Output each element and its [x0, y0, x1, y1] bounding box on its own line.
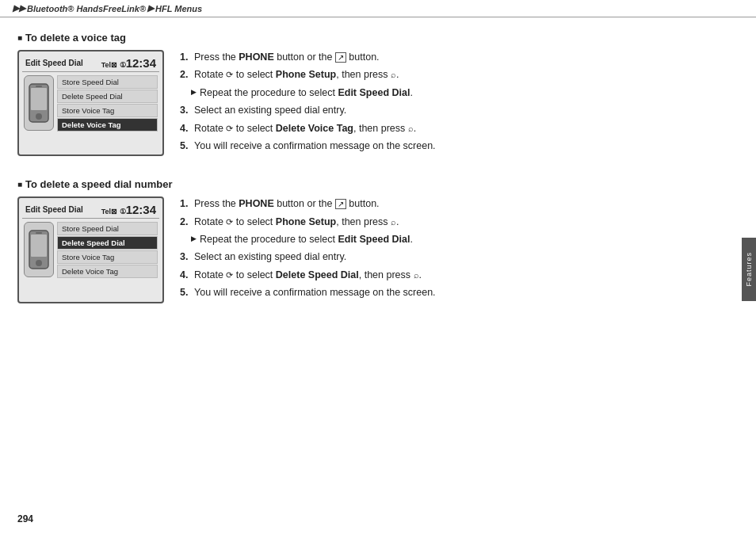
- svg-point-6: [36, 260, 42, 266]
- section-header-2: To delete a speed dial number: [17, 178, 732, 190]
- step-text: You will receive a confirmation message …: [194, 139, 732, 154]
- arrow-icon-2: ▶: [191, 234, 197, 245]
- section-body-2: Edit Speed Dial Tel⊠ ①12:34 Store Speed …: [17, 196, 732, 303]
- step-text: You will receive a confirmation message …: [194, 285, 732, 300]
- step-2-4: 4. Rotate ⟳ to select Delete Speed Dial,…: [180, 268, 732, 283]
- instructions-2: 1. Press the PHONE button or the ↗ butto…: [180, 196, 732, 303]
- step-text: Rotate ⟳ to select Phone Setup, then pre…: [194, 215, 732, 230]
- step-text: Press the PHONE button or the ↗ button.: [194, 50, 732, 65]
- step-2-indent: ▶ Repeat the procedure to select Edit Sp…: [191, 232, 732, 247]
- screen-topbar-1: Edit Speed Dial Tel⊠ ①12:34: [22, 55, 159, 72]
- screen-status-1: Tel⊠ ①12:34: [101, 56, 156, 70]
- instructions-1: 1. Press the PHONE button or the ↗ butto…: [180, 50, 732, 156]
- step-num: 5.: [180, 139, 191, 154]
- step-text: Rotate ⟳ to select Delete Voice Tag, the…: [194, 121, 732, 136]
- breadcrumb-sep: ▶: [147, 3, 154, 13]
- step-2-2: 2. Rotate ⟳ to select Phone Setup, then …: [180, 215, 732, 230]
- step-1-1: 1. Press the PHONE button or the ↗ butto…: [180, 50, 732, 65]
- section-delete-speed-dial: To delete a speed dial number Edit Speed…: [17, 178, 732, 317]
- step-num: 2.: [180, 215, 191, 230]
- section-delete-voice-tag: To delete a voice tag Edit Speed Dial Te…: [17, 32, 732, 170]
- screen-mockup-1: Edit Speed Dial Tel⊠ ①12:34 Store Speed …: [17, 50, 164, 156]
- menu-item-delete-speed-dial-2: Delete Speed Dial: [57, 236, 158, 250]
- step-2-1: 1. Press the PHONE button or the ↗ butto…: [180, 196, 732, 212]
- step-num: 3.: [180, 250, 191, 265]
- breadcrumb-section: HFL Menus: [155, 4, 202, 13]
- step-2-3: 3. Select an existing speed dial entry.: [180, 250, 732, 265]
- step-1-5: 5. You will receive a confirmation messa…: [180, 139, 732, 154]
- menu-item-delete-voice-tag-2: Delete Voice Tag: [57, 265, 158, 278]
- arrow-icon: ▶: [191, 87, 197, 98]
- menu-item-store-speed-dial-2: Store Speed Dial: [57, 222, 158, 235]
- section-body-1: Edit Speed Dial Tel⊠ ①12:34 Store Speed …: [17, 50, 732, 156]
- screen-title-2: Edit Speed Dial: [25, 205, 83, 214]
- menu-item-store-voice-tag-2: Store Voice Tag: [57, 250, 158, 264]
- phone-icon-1: [24, 75, 54, 131]
- svg-rect-7: [36, 232, 42, 234]
- step-text: Press the PHONE button or the ↗ button.: [194, 196, 732, 212]
- breadcrumb-brand: Bluetooth® HandsFreeLink®: [27, 4, 146, 13]
- step-text: Rotate ⟳ to select Delete Speed Dial, th…: [194, 268, 732, 283]
- menu-item-store-voice-tag-1: Store Voice Tag: [57, 104, 158, 117]
- step-text: Rotate ⟳ to select Phone Setup, then pre…: [194, 67, 732, 82]
- menu-item-store-speed-dial-1: Store Speed Dial: [57, 75, 158, 89]
- step-num: 3.: [180, 103, 191, 118]
- steps-list-1: 1. Press the PHONE button or the ↗ butto…: [180, 50, 732, 154]
- screen-menu-2: Store Speed Dial Delete Speed Dial Store…: [57, 222, 158, 278]
- step-2-5: 5. You will receive a confirmation messa…: [180, 285, 732, 300]
- steps-list-2: 1. Press the PHONE button or the ↗ butto…: [180, 196, 732, 300]
- screen-body-1: Store Speed Dial Delete Speed Dial Store…: [22, 74, 159, 133]
- step-num: 4.: [180, 268, 191, 283]
- main-content: To delete a voice tag Edit Speed Dial Te…: [0, 17, 756, 340]
- phone-icon-2: [24, 222, 54, 277]
- svg-point-2: [36, 113, 42, 120]
- svg-rect-5: [31, 235, 47, 257]
- screen-topbar-2: Edit Speed Dial Tel⊠ ①12:34: [22, 201, 159, 219]
- step-1-2: 2. Rotate ⟳ to select Phone Setup, then …: [180, 67, 732, 82]
- step-1-indent: ▶ Repeat the procedure to select Edit Sp…: [191, 86, 732, 101]
- screen-mockup-2: Edit Speed Dial Tel⊠ ①12:34 Store Speed …: [17, 196, 164, 303]
- screen-title-1: Edit Speed Dial: [25, 59, 83, 67]
- side-tab-label: Features: [745, 252, 753, 287]
- step-1-3: 3. Select an existing speed dial entry.: [180, 103, 732, 118]
- step-1-4: 4. Rotate ⟳ to select Delete Voice Tag, …: [180, 121, 732, 136]
- menu-item-delete-voice-tag-1: Delete Voice Tag: [57, 118, 158, 132]
- step-text: Repeat the procedure to select Edit Spee…: [200, 86, 732, 101]
- step-text: Select an existing speed dial entry.: [194, 103, 732, 118]
- screen-body-2: Store Speed Dial Delete Speed Dial Store…: [22, 220, 159, 280]
- step-text: Repeat the procedure to select Edit Spee…: [200, 232, 732, 247]
- section-header-1: To delete a voice tag: [17, 32, 732, 44]
- step-text: Select an existing speed dial entry.: [194, 250, 732, 265]
- step-num: 1.: [180, 196, 191, 212]
- screen-menu-1: Store Speed Dial Delete Speed Dial Store…: [57, 75, 158, 132]
- step-num: 5.: [180, 285, 191, 300]
- breadcrumb-arrows: ▶▶: [13, 3, 25, 13]
- svg-rect-3: [36, 86, 42, 87]
- step-num: 2.: [180, 67, 191, 82]
- step-num: 4.: [180, 121, 191, 136]
- step-num: 1.: [180, 50, 191, 65]
- screen-status-2: Tel⊠ ①12:34: [101, 203, 156, 216]
- svg-rect-1: [31, 88, 47, 110]
- page-number: 294: [17, 513, 33, 524]
- breadcrumb: ▶▶ Bluetooth® HandsFreeLink® ▶ HFL Menus: [0, 0, 756, 17]
- side-tab: Features: [742, 238, 756, 301]
- menu-item-delete-speed-dial-1: Delete Speed Dial: [57, 90, 158, 103]
